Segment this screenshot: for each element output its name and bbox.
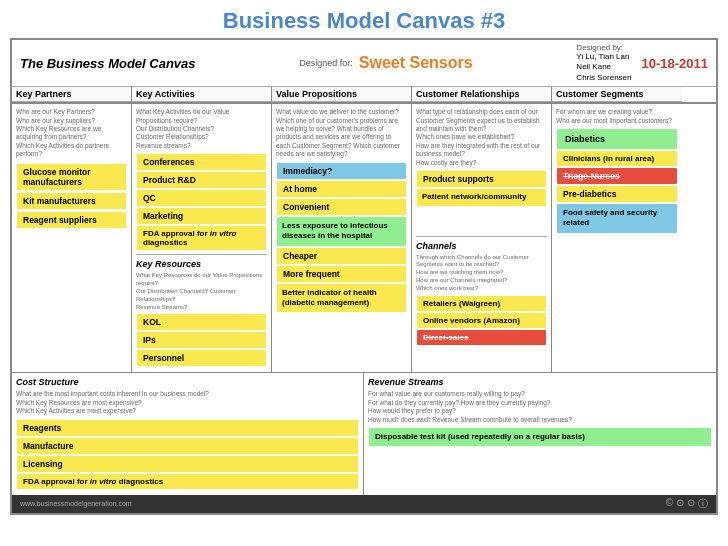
col-header-key-activities: Key Activities [132, 87, 272, 102]
key-resources-title: Key Resources [136, 259, 267, 269]
cost-fda: FDA approval for in vitro diagnostics [17, 474, 358, 489]
cost-structure-section: Cost Structure What are the most importa… [12, 373, 364, 494]
channel-direct-sales: Direct-sales [417, 330, 546, 345]
col-header-customer-rel: Customer Relationships [412, 87, 552, 102]
cs-pre-diabetics: Pre-diabetics [557, 186, 677, 202]
vp-immediacy: Immediacy? [277, 163, 406, 179]
channel-retailers: Retailers (Walgreen) [417, 296, 546, 311]
designed-for-label: Designed for: [299, 58, 353, 68]
canvas-header: The Business Model Canvas Designed for: … [12, 40, 716, 87]
designed-for-value: Sweet Sensors [359, 54, 473, 72]
key-partner-2: Kit manufacturers [17, 193, 126, 209]
footer-icons: © ⊙ ⊙ ⓘ [666, 497, 708, 511]
revenue-streams-title: Revenue Streams [368, 377, 712, 387]
vp-more-frequent: More frequent [277, 266, 406, 282]
value-props-section: What value do we deliver to the customer… [272, 104, 412, 372]
canvas-date: 10-18-2011 [642, 56, 709, 71]
cost-structure-questions: What are the most important costs inhere… [16, 390, 359, 415]
activity-marketing: Marketing [137, 208, 266, 224]
activity-fda: FDA approval for in vitro diagnostics [137, 226, 266, 250]
circle-icon-1: ⊙ [676, 497, 684, 511]
customer-rel-questions: What type of relationship does each of o… [416, 108, 547, 167]
canvas-bottom: Cost Structure What are the most importa… [12, 372, 716, 494]
channels-divider [416, 236, 547, 237]
channel-online: Online vendors (Amazon) [417, 313, 546, 328]
col-header-key-partners: Key Partners [12, 87, 132, 102]
designed-by-value: Yi Lu, Tian LanNeil KaneChris Sorensen [576, 52, 631, 83]
cost-manufacture: Manufacture [17, 438, 358, 454]
customer-seg-questions: For whom are we creating value?Who are o… [556, 108, 678, 125]
resource-ips: IPs [137, 332, 266, 348]
key-partner-3: Reagent suppliers [17, 212, 126, 228]
cr-patient-network: Patient network/community [417, 189, 546, 205]
channels-questions: Through which Channels do our Customer S… [416, 254, 547, 293]
resource-personnel: Personnel [137, 350, 266, 366]
revenue-streams-questions: For what value are our customers really … [368, 390, 712, 424]
customer-seg-section: For whom are we creating value?Who are o… [552, 104, 682, 372]
col-header-value-props: Value Propositions [272, 87, 412, 102]
cost-licensing: Licensing [17, 456, 358, 472]
circle-icon-2: ⊙ [687, 497, 695, 511]
cost-reagents: Reagents [17, 420, 358, 436]
page-title: Business Model Canvas #3 [0, 0, 728, 38]
cost-structure-title: Cost Structure [16, 377, 359, 387]
cr-product-supports: Product supports [417, 171, 546, 187]
canvas-brand-title: The Business Model Canvas [20, 56, 196, 71]
copyright-icon: © [666, 497, 673, 511]
channels-title: Channels [416, 241, 547, 251]
key-activities-section: What Key Activities do our Value Proposi… [132, 104, 272, 372]
value-props-questions: What value do we deliver to the customer… [276, 108, 407, 159]
cs-diabetics: Diabetics [557, 129, 677, 149]
info-icon: ⓘ [698, 497, 708, 511]
revenue-streams-section: Revenue Streams For what value are our c… [364, 373, 716, 494]
cs-triage-nurses: Triage-Nurses [557, 168, 677, 184]
column-headers: Key Partners Key Activities Value Propos… [12, 87, 716, 103]
vp-at-home: At home [277, 181, 406, 197]
canvas-footer: www.businessmodelgeneration.com © ⊙ ⊙ ⓘ [12, 495, 716, 513]
customer-rel-section: What type of relationship does each of o… [412, 104, 552, 372]
activity-qc: QC [137, 190, 266, 206]
cs-food-safety: Food safety and security related [557, 204, 677, 233]
key-partners-section: Who are our Key Partners?Who are our key… [12, 104, 132, 372]
vp-less-exposure: Less exposure to infectious diseases in … [277, 217, 406, 246]
key-resources-divider [136, 254, 267, 255]
canvas-main: Who are our Key Partners?Who are our key… [12, 103, 716, 372]
activity-product-rd: Product R&D [137, 172, 266, 188]
activity-conferences: Conferences [137, 154, 266, 170]
key-resources-questions: What Key Resources do our Value Proposit… [136, 272, 267, 311]
vp-better-indicator: Better indicator of health (diabetic man… [277, 284, 406, 313]
col-header-customer-seg: Customer Segments [552, 87, 682, 102]
revenue-disposable: Disposable test kit (used repeatedly on … [369, 428, 711, 446]
canvas-wrapper: The Business Model Canvas Designed for: … [10, 38, 718, 515]
footer-url: www.businessmodelgeneration.com [20, 500, 132, 507]
vp-convenient: Convenient [277, 199, 406, 215]
key-partner-1: Glucose monitor manufacturers [17, 164, 126, 190]
designed-by-label: Designed by: [576, 43, 631, 52]
key-partners-questions: Who are our Key Partners?Who are our key… [16, 108, 127, 159]
key-activities-questions: What Key Activities do our Value Proposi… [136, 108, 267, 150]
resource-kol: KOL [137, 314, 266, 330]
vp-cheaper: Cheaper [277, 248, 406, 264]
cs-clinicians: Clinicians (in rural area) [557, 151, 677, 166]
